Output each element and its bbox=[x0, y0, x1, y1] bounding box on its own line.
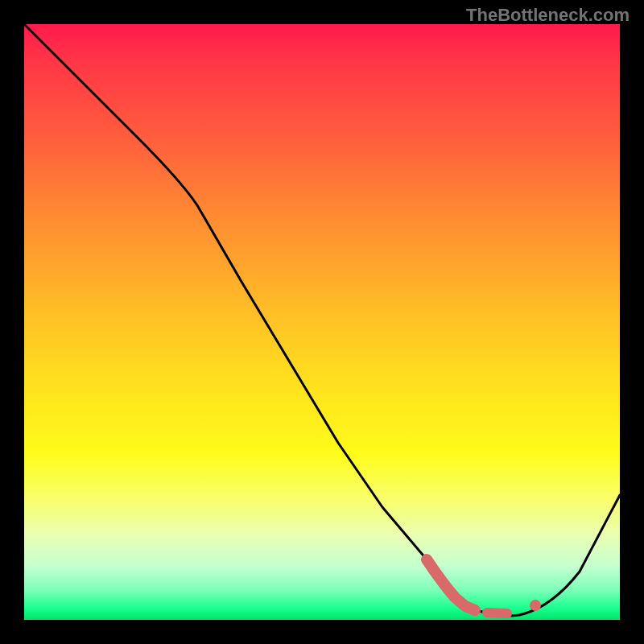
optimal-range-mid bbox=[487, 613, 507, 613]
optimal-range-dot bbox=[530, 600, 541, 611]
chart-container: TheBottleneck.com bbox=[0, 0, 644, 644]
plot-area bbox=[24, 24, 620, 620]
optimal-range-left bbox=[427, 559, 475, 610]
watermark-text: TheBottleneck.com bbox=[466, 5, 630, 26]
chart-svg bbox=[24, 24, 620, 620]
bottleneck-curve bbox=[24, 24, 620, 616]
